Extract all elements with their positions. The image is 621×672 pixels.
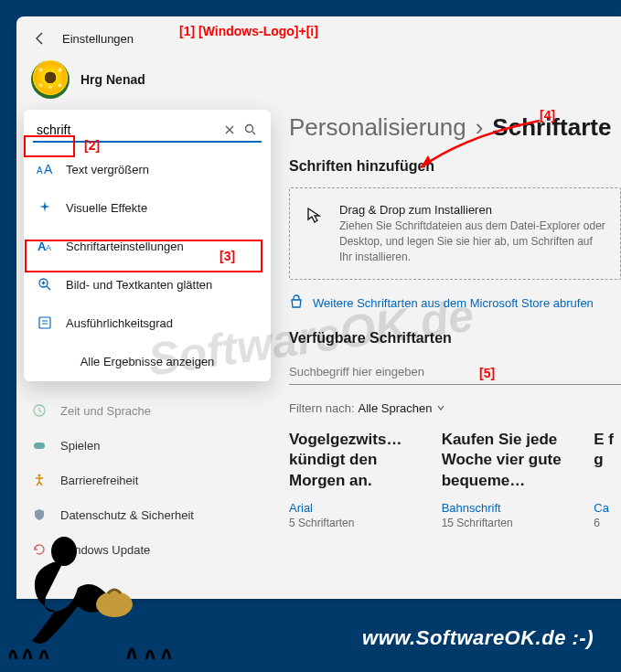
svg-rect-8: [34, 443, 45, 449]
accessibility-icon: [31, 472, 48, 488]
nav-accessibility[interactable]: Barrierefreiheit: [20, 463, 269, 497]
store-link[interactable]: Weitere Schriftarten aus dem Microsoft S…: [289, 280, 621, 330]
store-link-text: Weitere Schriftarten aus dem Microsoft S…: [313, 296, 594, 310]
username: Hrg Nenad: [80, 72, 145, 87]
available-fonts-title: Verfügbare Schriftarten: [289, 330, 621, 347]
nav-label: Windows Update: [60, 543, 150, 557]
svg-text:A: A: [46, 243, 51, 252]
user-row[interactable]: Hrg Nenad: [16, 55, 621, 110]
font-search-input[interactable]: [289, 359, 621, 385]
update-icon: [31, 541, 48, 558]
breadcrumb-parent[interactable]: Personalisierung: [289, 113, 466, 142]
avatar: [31, 60, 70, 99]
detail-icon: [37, 315, 53, 331]
font-count: 5 Schriftarten: [289, 517, 416, 529]
add-fonts-title: Schriften hinzufügen: [289, 158, 621, 175]
svg-rect-6: [39, 317, 50, 328]
nav-time-language[interactable]: Zeit und Sprache: [20, 393, 269, 428]
font-card-partial[interactable]: E f g Ca 6: [594, 430, 621, 529]
nav-gaming[interactable]: Spielen: [20, 428, 269, 463]
sparkle-icon: [37, 199, 53, 216]
result-text-size[interactable]: AA Text vergrößern: [24, 150, 271, 188]
settings-window: Einstellungen Hrg Nenad: [16, 16, 621, 599]
shield-icon: [31, 507, 48, 523]
sidebar: AA Text vergrößern Visuelle Effekte AA S…: [16, 110, 273, 567]
font-preview: E f g: [594, 430, 621, 494]
result-label: Text vergrößern: [66, 163, 149, 176]
main-content: Personalisierung › Schriftarte Schriften…: [273, 110, 621, 567]
footer-url: www.SoftwareOK.de :-): [362, 626, 594, 650]
filter-row[interactable]: Filtern nach: Alle Sprachen: [289, 401, 621, 415]
dropzone-title: Drag & Drop zum Installieren: [339, 203, 607, 217]
svg-point-0: [246, 125, 253, 133]
search-dropdown: AA Text vergrößern Visuelle Effekte AA S…: [24, 110, 271, 381]
result-label: Ausführlichkeitsgrad: [66, 316, 173, 330]
dropzone[interactable]: Drag & Drop zum Installieren Ziehen Sie …: [289, 187, 621, 280]
nav-label: Datenschutz & Sicherheit: [60, 508, 194, 522]
nav-label: Zeit und Sprache: [60, 404, 151, 418]
result-visual-effects[interactable]: Visuelle Effekte: [24, 188, 271, 227]
font-icon: AA: [37, 238, 53, 254]
font-preview: Vogelgezwits… kündigt den Morgen an.: [289, 430, 416, 494]
arrow-left-icon: [33, 31, 48, 46]
store-icon: [289, 294, 304, 312]
font-name: Ca: [594, 501, 621, 515]
svg-text:A: A: [37, 165, 43, 176]
clock-icon: [31, 402, 48, 419]
chevron-right-icon: ›: [476, 113, 484, 142]
font-name: Bahnschrift: [442, 501, 569, 515]
dropzone-desc: Ziehen Sie Schriftdateien aus dem Datei-…: [339, 219, 607, 264]
all-results-link[interactable]: Alle Ergebnisse anzeigen: [24, 342, 271, 381]
magnify-plus-icon: [37, 276, 53, 293]
font-name: Arial: [289, 501, 416, 515]
font-preview: Kaufen Sie jede Woche vier gute bequeme…: [442, 430, 569, 494]
font-count: 15 Schriftarten: [442, 517, 569, 529]
result-label: Visuelle Effekte: [66, 201, 147, 215]
font-grid: Vogelgezwits… kündigt den Morgen an. Ari…: [289, 430, 621, 529]
text-size-icon: AA: [37, 161, 53, 177]
game-icon: [31, 437, 48, 453]
nav-label: Barrierefreiheit: [60, 474, 138, 487]
nav-windows-update[interactable]: Windows Update: [20, 532, 269, 567]
window-header: Einstellungen: [16, 16, 621, 55]
result-label: Schriftarteinstellungen: [66, 240, 184, 253]
nav-label: Spielen: [60, 439, 100, 453]
font-card-bahnschrift[interactable]: Kaufen Sie jede Woche vier gute bequeme……: [442, 430, 569, 529]
filter-label: Filtern nach:: [289, 401, 355, 415]
font-card-arial[interactable]: Vogelgezwits… kündigt den Morgen an. Ari…: [289, 430, 416, 529]
chevron-down-icon: [436, 401, 445, 415]
breadcrumb-current: Schriftarte: [492, 113, 611, 142]
back-button[interactable]: [31, 29, 49, 48]
svg-point-9: [38, 475, 41, 477]
clear-icon[interactable]: [224, 123, 235, 139]
breadcrumb: Personalisierung › Schriftarte: [289, 113, 621, 158]
font-count: 6: [594, 517, 621, 529]
nav-privacy-security[interactable]: Datenschutz & Sicherheit: [20, 497, 269, 532]
header-title: Einstellungen: [62, 32, 134, 46]
result-label: Bild- und Textkanten glätten: [66, 278, 212, 292]
result-verbosity[interactable]: Ausführlichkeitsgrad: [24, 304, 271, 342]
result-smooth-edges[interactable]: Bild- und Textkanten glätten: [24, 265, 271, 304]
filter-value: Alle Sprachen: [359, 401, 433, 415]
result-font-settings[interactable]: AA Schriftarteinstellungen: [24, 227, 271, 265]
search-icon[interactable]: [244, 123, 256, 139]
svg-text:A: A: [44, 162, 53, 176]
drag-drop-icon: [303, 203, 327, 264]
